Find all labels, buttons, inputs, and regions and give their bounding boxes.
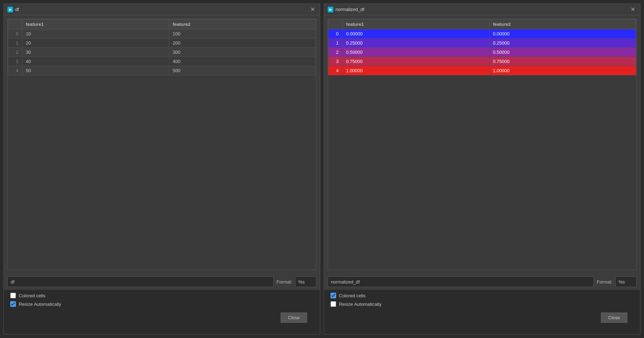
table-row: 4 50 500 bbox=[8, 66, 316, 75]
row-feature1: 10 bbox=[22, 29, 169, 39]
left-panel-icon: ▶ bbox=[7, 7, 13, 12]
table-row: 2 0.50000 0.50000 bbox=[328, 48, 636, 57]
row-feature2: 1.00000 bbox=[489, 66, 636, 75]
left-panel-close-x[interactable]: ✕ bbox=[309, 6, 316, 13]
table-row: 1 20 200 bbox=[8, 39, 316, 48]
left-format-label: Format: bbox=[276, 279, 292, 285]
right-panel-titlebar: ▶ normalized_df ✕ bbox=[324, 4, 640, 15]
left-table: feature1 feature2 0 10 100 1 20 200 2 30… bbox=[8, 19, 316, 75]
left-panel-footer: Format: bbox=[4, 274, 320, 290]
row-idx: 0 bbox=[328, 29, 343, 39]
table-row: 3 0.75000 0.75000 bbox=[328, 57, 636, 66]
row-feature1: 0.75000 bbox=[343, 57, 490, 66]
right-resize-row: Resize Automatically bbox=[330, 301, 634, 307]
right-resize-checkbox[interactable] bbox=[330, 301, 336, 307]
table-row: 4 1.00000 1.00000 bbox=[328, 66, 636, 75]
row-feature1: 30 bbox=[22, 48, 169, 57]
left-col-feature2: feature2 bbox=[169, 19, 316, 29]
left-colored-cells-label: Colored cells bbox=[19, 293, 45, 298]
row-idx: 2 bbox=[8, 48, 22, 57]
left-close-button[interactable]: Close bbox=[281, 313, 307, 323]
row-feature1: 50 bbox=[22, 66, 169, 75]
left-resize-row: Resize Automatically bbox=[10, 301, 314, 307]
row-feature1: 0.50000 bbox=[343, 48, 490, 57]
left-resize-label: Resize Automatically bbox=[19, 302, 61, 307]
row-feature2: 200 bbox=[169, 39, 316, 48]
row-feature2: 500 bbox=[169, 66, 316, 75]
row-idx: 4 bbox=[8, 66, 22, 75]
left-col-idx bbox=[8, 19, 22, 29]
right-col-feature2: feature2 bbox=[489, 19, 636, 29]
left-colored-cells-row: Colored cells bbox=[10, 293, 314, 298]
table-row: 3 40 400 bbox=[8, 57, 316, 66]
row-feature1: 0.25000 bbox=[343, 39, 490, 48]
right-colored-cells-label: Colored cells bbox=[339, 293, 365, 298]
row-idx: 3 bbox=[8, 57, 22, 66]
right-colored-cells-row: Colored cells bbox=[330, 293, 634, 298]
left-panel-titlebar: ▶ df ✕ bbox=[4, 4, 320, 15]
row-idx: 3 bbox=[328, 57, 343, 66]
right-panel-bottom: Colored cells Resize Automatically Close bbox=[324, 290, 640, 334]
right-panel-body: feature1 feature2 0 0.00000 0.00000 1 0.… bbox=[324, 15, 640, 274]
row-idx: 1 bbox=[8, 39, 22, 48]
right-format-label: Format: bbox=[597, 279, 613, 285]
right-options: Colored cells Resize Automatically bbox=[324, 290, 640, 310]
left-resize-checkbox[interactable] bbox=[10, 301, 16, 307]
right-close-button[interactable]: Close bbox=[601, 313, 627, 323]
row-feature2: 0.75000 bbox=[489, 57, 636, 66]
right-panel-footer: Format: bbox=[324, 274, 640, 290]
table-row: 0 10 100 bbox=[8, 29, 316, 39]
row-feature1: 40 bbox=[22, 57, 169, 66]
row-idx: 1 bbox=[328, 39, 343, 48]
row-feature1: 1.00000 bbox=[343, 66, 490, 75]
left-col-feature1: feature1 bbox=[22, 19, 169, 29]
left-options: Colored cells Resize Automatically bbox=[4, 290, 320, 310]
right-panel-title: normalized_df bbox=[335, 7, 364, 12]
left-panel-bottom: Colored cells Resize Automatically Close bbox=[4, 290, 320, 334]
table-row: 1 0.25000 0.25000 bbox=[328, 39, 636, 48]
right-resize-label: Resize Automatically bbox=[339, 302, 381, 307]
left-colored-cells-checkbox[interactable] bbox=[10, 293, 16, 298]
table-row: 0 0.00000 0.00000 bbox=[328, 29, 636, 39]
right-table: feature1 feature2 0 0.00000 0.00000 1 0.… bbox=[328, 19, 636, 75]
right-table-container[interactable]: feature1 feature2 0 0.00000 0.00000 1 0.… bbox=[328, 19, 637, 270]
right-col-idx bbox=[328, 19, 343, 29]
row-feature2: 0.50000 bbox=[489, 48, 636, 57]
row-feature1: 0.00000 bbox=[343, 29, 490, 39]
row-feature2: 400 bbox=[169, 57, 316, 66]
right-panel-close-x[interactable]: ✕ bbox=[629, 6, 637, 13]
left-table-container[interactable]: feature1 feature2 0 10 100 1 20 200 2 30… bbox=[7, 19, 316, 270]
right-name-input[interactable] bbox=[328, 276, 594, 287]
left-panel-body: feature1 feature2 0 10 100 1 20 200 2 30… bbox=[4, 15, 320, 274]
table-row: 2 30 300 bbox=[8, 48, 316, 57]
right-panel-icon: ▶ bbox=[328, 7, 333, 12]
left-name-input[interactable] bbox=[7, 276, 274, 287]
row-feature2: 0.00000 bbox=[489, 29, 636, 39]
row-idx: 0 bbox=[8, 29, 22, 39]
row-feature2: 300 bbox=[169, 48, 316, 57]
row-idx: 2 bbox=[328, 48, 343, 57]
row-feature2: 100 bbox=[169, 29, 316, 39]
row-feature2: 0.25000 bbox=[489, 39, 636, 48]
left-format-input[interactable] bbox=[295, 276, 316, 287]
row-idx: 4 bbox=[328, 66, 343, 75]
right-col-feature1: feature1 bbox=[343, 19, 490, 29]
row-feature1: 20 bbox=[22, 39, 169, 48]
left-panel-title: df bbox=[15, 7, 19, 12]
right-format-input[interactable] bbox=[615, 276, 637, 287]
right-colored-cells-checkbox[interactable] bbox=[330, 293, 336, 298]
